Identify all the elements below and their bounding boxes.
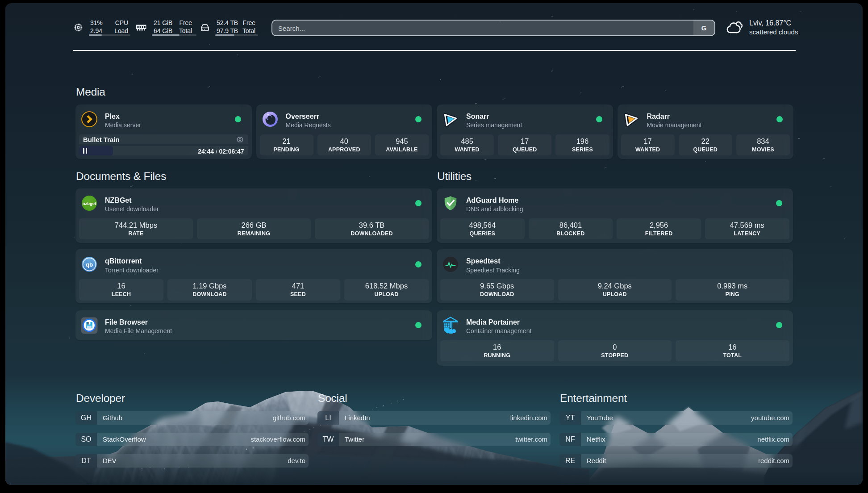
svg-text:qb: qb: [86, 261, 93, 268]
svg-text:nzbget: nzbget: [83, 201, 96, 206]
